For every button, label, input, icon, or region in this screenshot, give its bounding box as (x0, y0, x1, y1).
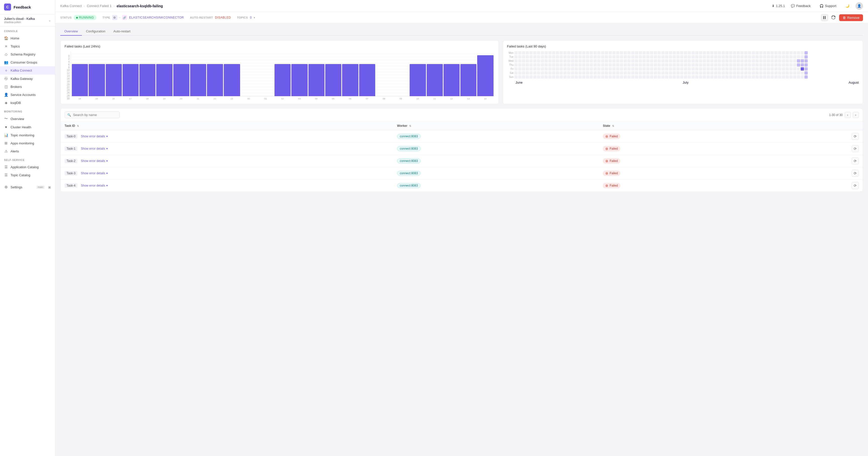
status-badge: Running (73, 15, 96, 20)
heatmap-cell (673, 67, 676, 71)
bar (291, 64, 307, 96)
heatmap-cell (643, 51, 646, 55)
heatmap-cell (740, 71, 744, 74)
breadcrumb-kafka-connect[interactable]: Kafka Connect (60, 4, 82, 8)
feedback-label: Feedback (796, 4, 810, 8)
search-box[interactable]: 🔍 (65, 111, 120, 118)
heatmap-cell (639, 71, 642, 74)
next-page-button[interactable]: › (853, 112, 859, 118)
sidebar-item-cluster-health[interactable]: ♥ Cluster Health (0, 123, 55, 131)
sidebar-settings[interactable]: ⚙ Settings main ▣ (0, 183, 55, 192)
topics-value[interactable]: 0 (250, 16, 252, 19)
user-avatar[interactable]: 👤 (856, 2, 863, 10)
sort-icon-state[interactable]: ⇅ (612, 125, 614, 127)
heatmap-cell (586, 59, 589, 63)
sidebar-item-topics[interactable]: ≡ Topics (0, 42, 55, 50)
heatmap-cell (721, 63, 725, 67)
heatmap-cell (782, 51, 785, 55)
restart-task-button[interactable]: ⟳ (852, 157, 859, 164)
show-error-button[interactable]: Show error details ▾ (81, 147, 108, 151)
breadcrumb-connect-failed[interactable]: Connect Failed 1 (87, 4, 112, 8)
action-cell: ⟳ (765, 180, 863, 192)
sidebar-item-label: Consumer Groups (10, 61, 37, 64)
heatmap-cell (714, 71, 717, 74)
home-icon: 🏠 (4, 36, 8, 40)
sidebar-item-overview[interactable]: 〜 Overview (0, 115, 55, 123)
heatmap-cell (601, 59, 604, 63)
theme-toggle[interactable]: 🌙 (842, 3, 852, 9)
heatmap-cell (575, 67, 578, 71)
search-input[interactable] (73, 113, 113, 117)
workspace-selector[interactable]: Julien's cloud - Kafka shadow-julien ⌄ (0, 14, 55, 26)
heatmap-cell (620, 55, 623, 59)
heatmap-x-axis: June July August (507, 80, 859, 85)
bar (123, 64, 138, 96)
heatmap-cell (654, 59, 657, 63)
feedback-button[interactable]: 💬 Feedback (788, 3, 813, 9)
sidebar-item-topic-monitoring[interactable]: 📊 Topic monitoring (0, 131, 55, 139)
heatmap-cell (721, 59, 725, 63)
restart-task-button[interactable]: ⟳ (852, 133, 859, 140)
remove-button[interactable]: 🗑 Remove (839, 14, 863, 21)
restart-task-button[interactable]: ⟳ (852, 182, 859, 189)
sidebar-item-ksqldb[interactable]: ◈ ksqlDB (0, 99, 55, 107)
layout-toggle-icon[interactable]: ▣ (48, 185, 51, 189)
show-error-button[interactable]: Show error details ▾ (81, 184, 108, 187)
heatmap-cell (639, 75, 642, 78)
pause-button[interactable] (821, 14, 828, 21)
sidebar-item-consumer-groups[interactable]: 👥 Consumer Groups (0, 58, 55, 66)
bar (410, 64, 426, 96)
status-dot-icon (76, 17, 78, 19)
heatmap-cell (518, 59, 521, 63)
tab-auto-restart[interactable]: Auto-restart (110, 27, 135, 36)
sidebar-item-kafka-connect[interactable]: ⟡ Kafka Connect (0, 66, 55, 74)
heatmap-cell (597, 55, 600, 59)
heatmap-day-label: Sun (507, 75, 514, 78)
heatmap-cell (654, 71, 657, 74)
heatmap-cell (707, 67, 710, 71)
heatmap-cell (721, 67, 725, 71)
refresh-button[interactable] (830, 14, 837, 21)
prev-page-button[interactable]: ‹ (845, 112, 851, 118)
bar (477, 55, 493, 96)
heatmap-cell (680, 55, 683, 59)
topics-expand-icon[interactable]: ▾ (254, 16, 255, 19)
restart-task-button[interactable]: ⟳ (852, 145, 859, 152)
app-catalog-icon: ☰ (4, 165, 8, 169)
sidebar-item-brokers[interactable]: ◫ Brokers (0, 83, 55, 91)
sidebar-item-application-catalog[interactable]: ☰ Application Catalog (0, 163, 55, 171)
sort-icon-task-id[interactable]: ⇅ (77, 125, 79, 127)
heatmap-cell (725, 63, 728, 67)
heatmap-cell (684, 63, 687, 67)
sort-icon-worker[interactable]: ⇅ (409, 125, 411, 127)
heatmap-cell (771, 63, 774, 67)
show-error-button[interactable]: Show error details ▾ (81, 135, 108, 138)
support-button[interactable]: 🎧 Support (816, 3, 839, 9)
breadcrumb-sep-1: › (84, 4, 85, 8)
kafka-gateway-icon: ⛗ (4, 76, 8, 80)
heatmap-cell (635, 51, 638, 55)
heatmap-cell (556, 59, 559, 63)
type-value[interactable]: ElasticsearchSinkConnector (129, 16, 184, 19)
heatmap-cell (518, 63, 521, 67)
heatmap-cell (718, 63, 721, 67)
sidebar-item-service-accounts[interactable]: 👤 Service Accounts (0, 91, 55, 99)
heatmap-cell (707, 51, 710, 55)
state-badge: ⊗Failed (603, 158, 620, 164)
sidebar-item-schema-registry[interactable]: ◇ Schema Registry (0, 50, 55, 58)
heatmap-cell (654, 75, 657, 78)
heatmap-cell (582, 59, 585, 63)
tab-overview[interactable]: Overview (60, 27, 82, 36)
show-error-button[interactable]: Show error details ▾ (81, 159, 108, 163)
tab-configuration[interactable]: Configuration (82, 27, 109, 36)
restart-task-button[interactable]: ⟳ (852, 170, 859, 177)
sidebar-item-apps-monitoring[interactable]: ⊞ Apps monitoring (0, 139, 55, 147)
heatmap-cell (737, 75, 740, 78)
sidebar-item-alerts[interactable]: ⚠ Alerts (0, 147, 55, 155)
sidebar-item-kafka-gateway[interactable]: ⛗ Kafka Gateway (0, 74, 55, 83)
sidebar-item-home[interactable]: 🏠 Home (0, 34, 55, 42)
show-error-button[interactable]: Show error details ▾ (81, 171, 108, 175)
heatmap-cell (548, 51, 552, 55)
sidebar-item-topic-catalog[interactable]: ☰ Topic Catalog (0, 171, 55, 179)
schema-icon: ◇ (4, 52, 8, 56)
